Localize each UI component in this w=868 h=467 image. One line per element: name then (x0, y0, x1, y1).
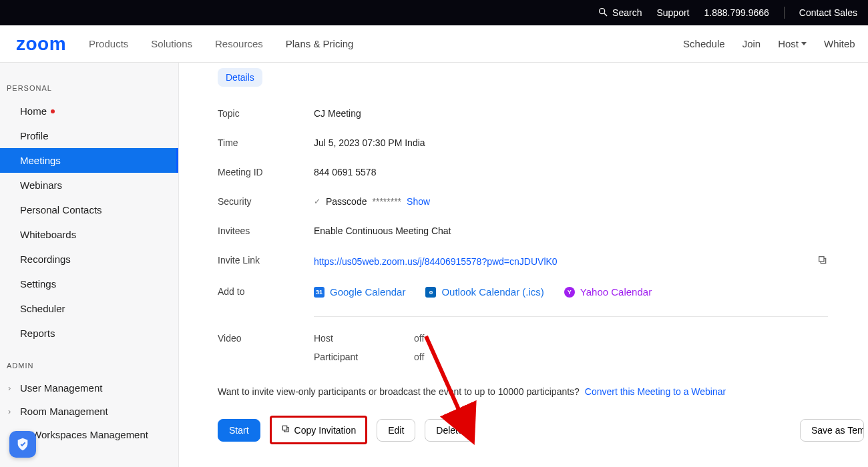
show-passcode-link[interactable]: Show (407, 196, 430, 207)
edit-button[interactable]: Edit (377, 419, 415, 442)
nav-host-label: Host (778, 38, 799, 49)
shield-icon (15, 437, 30, 452)
sidebar-item-label: Meetings (20, 155, 61, 166)
check-icon: ✓ (314, 197, 320, 206)
svg-rect-5 (282, 426, 286, 430)
copy-icon (281, 424, 290, 436)
webinar-line: Want to invite view-only participants or… (218, 386, 868, 397)
sidebar-item-label: Whiteboards (20, 229, 76, 240)
chevron-down-icon (801, 42, 807, 45)
label-security: Security (218, 196, 314, 207)
nav-pricing[interactable]: Plans & Pricing (286, 38, 354, 49)
sidebar-item-meetings[interactable]: Meetings (0, 148, 178, 173)
label-invite-link: Invite Link (218, 255, 314, 266)
contact-sales-link[interactable]: Contact Sales (799, 7, 857, 18)
sidebar-admin-room-management[interactable]: ›Room Management (0, 400, 178, 423)
yahoo-calendar-icon: Y (564, 287, 575, 298)
webinar-text: Want to invite view-only participants or… (218, 386, 580, 397)
convert-webinar-link[interactable]: Convert this Meeting to a Webinar (585, 386, 726, 397)
sidebar-item-label: Reports (20, 328, 55, 339)
row-invitees: Invitees Enable Continuous Meeting Chat (218, 225, 868, 236)
sidebar-section-admin: ADMIN (0, 346, 178, 376)
label-invitees: Invitees (218, 225, 314, 236)
divider (314, 316, 828, 317)
video-host-value: off (414, 333, 424, 344)
value-security: ✓ Passcode ******** Show (314, 196, 868, 207)
sidebar-item-reports[interactable]: Reports (0, 321, 178, 346)
sidebar-item-scheduler[interactable]: Scheduler (0, 296, 178, 321)
nav-schedule[interactable]: Schedule (683, 38, 725, 49)
copy-invitation-label: Copy Invitation (294, 425, 357, 436)
top-bar: Search Support 1.888.799.9666 Contact Sa… (0, 0, 868, 25)
sidebar-item-personal-contacts[interactable]: Personal Contacts (0, 197, 178, 222)
label-topic: Topic (218, 108, 314, 119)
nav-links: Products Solutions Resources Plans & Pri… (89, 38, 353, 49)
add-google-calendar[interactable]: 31 Google Calendar (314, 286, 405, 298)
row-invite-link: Invite Link https://us05web.zoom.us/j/84… (218, 255, 868, 268)
sidebar-item-label: Personal Contacts (20, 204, 102, 215)
sidebar: PERSONAL Home Profile Meetings Webinars … (0, 63, 179, 467)
chevron-right-icon: › (8, 383, 15, 393)
copy-icon[interactable] (817, 255, 828, 268)
nav-join[interactable]: Join (742, 38, 761, 49)
nav-solutions[interactable]: Solutions (151, 38, 192, 49)
sidebar-item-profile[interactable]: Profile (0, 123, 178, 148)
sidebar-item-recordings[interactable]: Recordings (0, 247, 178, 272)
save-template-button[interactable]: Save as Template (800, 419, 864, 442)
notification-dot-icon (51, 109, 55, 113)
value-meeting-id: 844 0691 5578 (314, 167, 868, 177)
search-icon (598, 7, 608, 19)
video-host-label: Host (314, 333, 374, 344)
sidebar-item-label: Scheduler (20, 303, 65, 314)
copy-invitation-button[interactable]: Copy Invitation (270, 416, 368, 444)
sidebar-item-label: User Management (20, 382, 102, 394)
sidebar-item-label: Recordings (20, 254, 71, 265)
invite-link[interactable]: https://us05web.zoom.us/j/84406915578?pw… (314, 256, 558, 267)
sidebar-admin-user-management[interactable]: ›User Management (0, 376, 178, 400)
nav-whiteboard[interactable]: Whiteboard (824, 38, 855, 49)
google-calendar-label: Google Calendar (330, 286, 405, 298)
chevron-right-icon: › (8, 406, 15, 416)
zoom-logo[interactable]: zoom (16, 33, 66, 55)
video-participant-value: off (414, 352, 424, 362)
nav-resources[interactable]: Resources (215, 38, 263, 49)
privacy-shield-widget[interactable] (9, 431, 36, 458)
sidebar-item-label: Webinars (20, 179, 62, 191)
sidebar-item-whiteboards[interactable]: Whiteboards (0, 222, 178, 247)
outlook-calendar-label: Outlook Calendar (.ics) (441, 286, 544, 298)
value-add-to: 31 Google Calendar o Outlook Calendar (.… (314, 286, 868, 298)
value-time: Jul 5, 2023 07:30 PM India (314, 137, 868, 148)
row-topic: Topic CJ Meeting (218, 108, 868, 119)
add-yahoo-calendar[interactable]: Y Yahoo Calendar (564, 286, 652, 298)
label-video: Video (218, 333, 314, 344)
sidebar-item-home[interactable]: Home (0, 99, 178, 123)
passcode-masked: ******** (372, 196, 401, 207)
tab-details[interactable]: Details (218, 68, 262, 87)
support-link[interactable]: Support (656, 7, 689, 18)
video-participant-row: Participant off (314, 352, 424, 362)
sidebar-item-label: Home (20, 105, 47, 117)
passcode-label: Passcode (326, 196, 367, 207)
sidebar-item-webinars[interactable]: Webinars (0, 173, 178, 197)
nav-products[interactable]: Products (89, 38, 128, 49)
add-outlook-calendar[interactable]: o Outlook Calendar (.ics) (425, 286, 544, 298)
nav-right: Schedule Join Host Whiteboard (683, 38, 855, 49)
svg-line-1 (604, 13, 607, 16)
search-trigger[interactable]: Search (598, 7, 642, 19)
svg-rect-3 (819, 257, 824, 262)
row-security: Security ✓ Passcode ******** Show (218, 196, 868, 207)
google-calendar-icon: 31 (314, 287, 324, 298)
row-meeting-id: Meeting ID 844 0691 5578 (218, 167, 868, 177)
start-button[interactable]: Start (218, 419, 260, 442)
phone-number[interactable]: 1.888.799.9666 (704, 7, 769, 18)
delete-button[interactable]: Delete (425, 419, 474, 442)
svg-point-0 (600, 8, 605, 13)
sidebar-item-settings[interactable]: Settings (0, 272, 178, 296)
label-time: Time (218, 137, 314, 148)
video-host-row: Host off (314, 333, 424, 344)
nav-host[interactable]: Host (778, 38, 807, 49)
sidebar-item-label: Room Management (20, 406, 108, 417)
nav-bar: zoom Products Solutions Resources Plans … (0, 25, 868, 63)
label-meeting-id: Meeting ID (218, 167, 314, 177)
sidebar-item-label: Workspaces Management (32, 429, 148, 440)
